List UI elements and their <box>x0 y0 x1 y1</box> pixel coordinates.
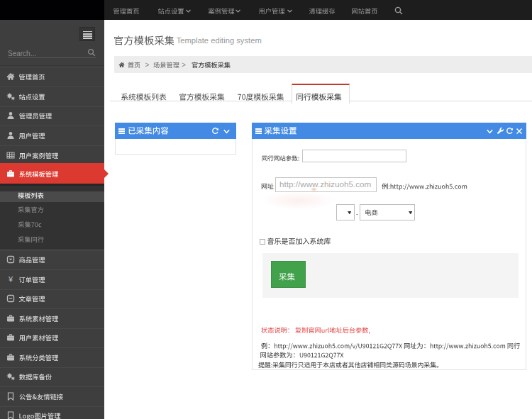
svg-text:¥: ¥ <box>7 275 13 284</box>
